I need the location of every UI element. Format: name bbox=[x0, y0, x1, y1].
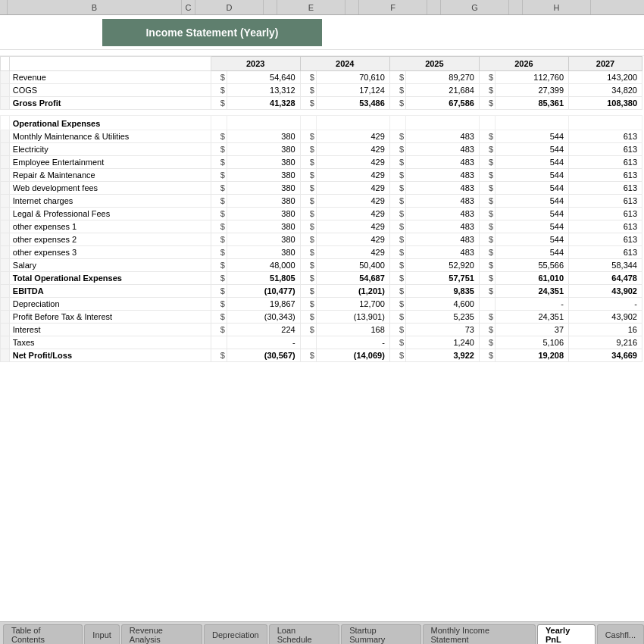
cell-value: 67,586 bbox=[406, 97, 480, 110]
cell-value: 544 bbox=[496, 156, 569, 169]
col-e-header: E bbox=[277, 0, 345, 14]
cell-value: 544 bbox=[496, 195, 569, 208]
spreadsheet-tab[interactable]: Startup Summary bbox=[341, 624, 420, 644]
cell-value: 544 bbox=[496, 182, 569, 195]
dollar-sign: $ bbox=[389, 336, 405, 349]
cell-value: 483 bbox=[406, 130, 480, 143]
cell-value: 1,240 bbox=[406, 336, 480, 349]
column-headers-bar: B C D E F G H bbox=[0, 0, 644, 15]
cell-value: 483 bbox=[406, 195, 480, 208]
cell-value: 9,835 bbox=[406, 285, 480, 298]
table-row: EBITDA$(10,477)$(1,201)$9,835$24,35143,9… bbox=[1, 285, 642, 298]
cell-value: 483 bbox=[406, 208, 480, 220]
year-2025: 2025 bbox=[389, 57, 479, 71]
dollar-sign: $ bbox=[479, 233, 495, 246]
cell-value: 4,600 bbox=[406, 298, 480, 311]
table-row: Profit Before Tax & Interest$(30,343)$(1… bbox=[1, 311, 642, 324]
row-label: Electricity bbox=[9, 143, 211, 156]
cell-value: 9,216 bbox=[569, 336, 642, 349]
row-label: other expenses 1 bbox=[9, 220, 211, 233]
row-label: Depreciation bbox=[9, 298, 211, 311]
dollar-sign: $ bbox=[479, 71, 495, 84]
title-row: Income Statement (Yearly) bbox=[0, 15, 644, 50]
dollar-sign: $ bbox=[300, 285, 316, 298]
cell-value: (1,201) bbox=[316, 285, 389, 298]
cell-value: 429 bbox=[316, 208, 389, 220]
cell-value: 483 bbox=[406, 169, 480, 182]
cell-value: - bbox=[569, 298, 642, 311]
table-row: other expenses 1$380$429$483$544613 bbox=[1, 220, 642, 233]
spreadsheet-tab[interactable]: Loan Schedule bbox=[269, 624, 339, 644]
dollar-sign: $ bbox=[211, 130, 227, 143]
dollar-sign: $ bbox=[211, 156, 227, 169]
cell-value: 85,361 bbox=[496, 97, 569, 110]
row-label: Salary bbox=[9, 259, 211, 272]
spreadsheet-tab[interactable]: Table of Contents bbox=[3, 624, 83, 644]
cell-value: 70,610 bbox=[316, 71, 389, 84]
spreadsheet-tab[interactable]: Monthly Income Statement bbox=[423, 624, 536, 644]
spreadsheet-tab[interactable]: Yearly PnL bbox=[537, 624, 596, 644]
dollar-sign: $ bbox=[479, 324, 495, 336]
table-row: Total Operational Expenses$51,805$54,687… bbox=[1, 272, 642, 285]
dollar-sign bbox=[211, 336, 227, 349]
row-label: Employee Entertainment bbox=[9, 156, 211, 169]
dollar-sign: $ bbox=[211, 324, 227, 336]
tabs-bar: Table of ContentsInputRevenue AnalysisDe… bbox=[0, 621, 644, 644]
cell-value: 41,328 bbox=[227, 97, 300, 110]
cell-value: 380 bbox=[227, 143, 300, 156]
dollar-sign: $ bbox=[300, 259, 316, 272]
dollar-sign: $ bbox=[479, 220, 495, 233]
cell-value: 43,902 bbox=[569, 285, 642, 298]
row-label: Internet charges bbox=[9, 195, 211, 208]
col-g1-header bbox=[427, 0, 441, 14]
cell-value: 613 bbox=[569, 208, 642, 220]
col-h1-header bbox=[509, 0, 523, 14]
dollar-sign: $ bbox=[479, 182, 495, 195]
table-row: other expenses 3$380$429$483$544613 bbox=[1, 246, 642, 259]
spreadsheet-tab[interactable]: Cashfl... bbox=[597, 624, 644, 644]
dollar-sign: $ bbox=[300, 195, 316, 208]
dollar-sign: $ bbox=[300, 84, 316, 97]
dollar-sign bbox=[300, 336, 316, 349]
cell-value: (30,343) bbox=[227, 311, 300, 324]
row-label: Web development fees bbox=[9, 182, 211, 195]
table-row: COGS$13,312$17,124$21,684$27,39934,820 bbox=[1, 84, 642, 97]
row-label: Total Operational Expenses bbox=[9, 272, 211, 285]
dollar-sign: $ bbox=[211, 208, 227, 220]
dollar-sign: $ bbox=[300, 298, 316, 311]
spreadsheet-title: Income Statement (Yearly) bbox=[102, 19, 322, 46]
row-label: Monthly Maintenance & Utilities bbox=[9, 130, 211, 143]
row-label: Gross Profit bbox=[9, 97, 211, 110]
year-2024: 2024 bbox=[300, 57, 389, 71]
cell-value: 380 bbox=[227, 208, 300, 220]
dollar-sign: $ bbox=[479, 336, 495, 349]
spreadsheet-tab[interactable]: Input bbox=[84, 624, 119, 644]
cell-value: 613 bbox=[569, 195, 642, 208]
section-header-label: Operational Expenses bbox=[9, 116, 211, 130]
cell-value: 50,400 bbox=[316, 259, 389, 272]
dollar-sign: $ bbox=[389, 311, 405, 324]
cell-value: 483 bbox=[406, 246, 480, 259]
cell-value: 5,235 bbox=[406, 311, 480, 324]
cell-value: 429 bbox=[316, 156, 389, 169]
cell-value: 64,478 bbox=[569, 272, 642, 285]
cell-value: 21,684 bbox=[406, 84, 480, 97]
cell-value: 112,760 bbox=[496, 71, 569, 84]
col-c-header: C bbox=[182, 0, 195, 14]
cell-value: 544 bbox=[496, 143, 569, 156]
table-row: Net Profit/Loss$(30,567)$(14,069)$3,922$… bbox=[1, 349, 642, 362]
cell-value: 48,000 bbox=[227, 259, 300, 272]
spreadsheet-tab[interactable]: Depreciation bbox=[204, 624, 267, 644]
cell-value: 380 bbox=[227, 156, 300, 169]
cell-value: 544 bbox=[496, 130, 569, 143]
table-row: Taxes--$1,240$5,1069,216 bbox=[1, 336, 642, 349]
cell-value: 380 bbox=[227, 246, 300, 259]
cell-value: (10,477) bbox=[227, 285, 300, 298]
spreadsheet-tab[interactable]: Revenue Analysis bbox=[121, 624, 202, 644]
cell-value: - bbox=[227, 336, 300, 349]
dollar-sign: $ bbox=[479, 349, 495, 362]
cell-value: 43,902 bbox=[569, 311, 642, 324]
cell-value: 544 bbox=[496, 233, 569, 246]
cell-value: (30,567) bbox=[227, 349, 300, 362]
row-label: Legal & Professional Fees bbox=[9, 208, 211, 220]
